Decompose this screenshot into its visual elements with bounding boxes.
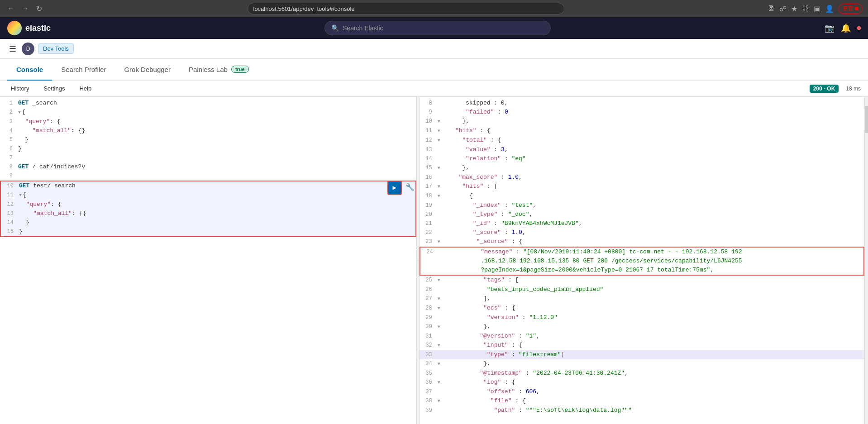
response-line-28: 28 ▼ "ecs" : { [420,304,864,313]
wrench-button[interactable]: 🔧 [404,181,416,194]
response-line-37: 37 "offset" : 606, [420,387,864,396]
response-line-24b: 24 .168.12.58 192.168.15.135 80 GET 200 … [420,257,863,266]
line-content: "query": { [19,200,415,209]
line-content: } [19,227,415,236]
line-content: "query": { [18,117,416,126]
response-line-39: 39 "path" : """E:\soft\elk\log\data.log"… [420,406,864,415]
editor-line-12: 12 "query": { [1,200,415,209]
line-content: GET test/_search [19,181,415,191]
editor-content[interactable]: 1 GET _search 2 ▼{ 3 "query": { 4 "match… [0,97,416,424]
response-pane: 8 skipped : 0, 9 "failed" : 0 10 ▼ }, 11… [420,97,864,424]
settings-button[interactable]: Settings [40,83,68,94]
response-line-8: 8 skipped : 0, [420,99,864,108]
elastic-logo-icon [7,21,22,35]
response-line-36: 36 ▼ "log" : { [420,378,864,387]
line-number: 15 [1,227,19,236]
browser-bar: ← → ↻ localhost:5601/app/dev_tools#/cons… [0,0,868,17]
back-button[interactable]: ← [5,3,16,14]
line-number: 10 [1,181,19,191]
response-line-32: 32 ▼ "input" : { [420,341,864,350]
address-bar[interactable]: localhost:5601/app/dev_tools#/console [248,3,564,14]
response-line-38: 38 ▼ "file" : { [420,396,864,406]
response-line-11: 11 ▼ "hits" : { [420,126,864,136]
response-line-9: 9 "failed" : 0 [420,108,864,117]
hamburger-button[interactable]: ☰ [7,42,18,56]
editor-pane: 1 GET _search 2 ▼{ 3 "query": { 4 "match… [0,97,417,424]
profile-icon: 👤 [825,5,834,13]
editor-line-15: 15 } [1,227,415,236]
toolbar: History Settings Help 200 - OK 18 ms [0,81,868,97]
dev-tools-badge[interactable]: Dev Tools [38,43,74,54]
beta-badge: true [231,66,249,73]
elastic-logo-text: elastic [25,24,51,33]
editor-line-8: 8 GET /_cat/indices?v [0,162,416,172]
response-line-35: 35 "@timestamp" : "2022-04-23T06:41:30.2… [420,369,864,378]
help-button[interactable]: Help [76,83,95,94]
update-button[interactable]: 更新 [839,4,863,14]
notification-dot [857,26,861,30]
response-line-22: 22 "_score" : 1.0, [420,228,864,237]
line-content: GET /_cat/indices?v [18,162,416,172]
search-placeholder: Search Elastic [343,24,383,32]
update-dot [855,7,858,10]
refresh-button[interactable]: ↻ [34,3,44,15]
response-line-30: 30 ▼ }, [420,322,864,332]
response-line-21: 21 "_id" : "B9knVYAB4xhWcMJ1eJVB", [420,219,864,228]
line-number: 1 [0,99,18,108]
tab-grok-debugger[interactable]: Grok Debugger [115,59,180,81]
message-highlight-block: 24 "message" : "[08/Nov/2019:11:40:24 +0… [420,247,864,276]
editor-line-7: 7 [0,153,416,162]
response-line-33: 33 "type" : "filestream"| [420,350,864,359]
response-line-27: 27 ▼ ], [420,294,864,304]
forward-button[interactable]: → [20,3,31,14]
tab-search-profiler[interactable]: Search Profiler [52,59,115,81]
secondary-nav: ☰ D Dev Tools [0,39,868,59]
search-icon: 🔍 [331,24,339,32]
history-button[interactable]: History [7,83,33,94]
search-bar-wrapper: 🔍 Search Elastic [58,21,817,35]
response-line-34: 34 ▼ }, [420,359,864,369]
editor-line-5: 5 } [0,135,416,144]
status-time: 18 ms [846,86,861,92]
response-line-25: 25 ▼ "tags" : [ [420,276,864,285]
response-line-17: 17 ▼ "hits" : [ [420,182,864,191]
run-button-area: ▶ 🔧 [387,181,416,195]
line-number: 6 [0,144,18,153]
global-search-bar[interactable]: 🔍 Search Elastic [324,21,551,35]
line-content: ▼{ [18,108,416,117]
response-line-26: 26 "beats_input_codec_plain_applied" [420,285,864,294]
status-badge: 200 - OK [810,85,839,93]
response-line-15: 15 ▼ }, [420,163,864,173]
editor-line-2: 2 ▼{ [0,108,416,117]
line-number: 14 [1,218,19,227]
response-line-12: 12 ▼ "total" : { [420,136,864,145]
response-content: 8 skipped : 0, 9 "failed" : 0 10 ▼ }, 11… [420,97,864,424]
line-content: } [18,135,416,144]
extensions-icon: ⛓ [802,5,809,13]
tab-nav: Console Search Profiler Grok Debugger Pa… [0,59,868,81]
app-header: elastic 🔍 Search Elastic 📷 🔔 [0,17,868,39]
bell-icon: 🔔 [841,23,851,33]
editor-line-11: 11 ▼{ [1,191,415,200]
response-line-23: 23 ▼ "_source" : { [420,237,864,247]
line-number: 9 [0,172,18,181]
editor-line-10: 10 GET test/_search [1,181,415,191]
bookmark-icon: ☍ [779,5,787,13]
tab-console[interactable]: Console [7,59,52,81]
line-content: "match_all": {} [19,209,415,218]
line-number: 11 [1,191,19,200]
star-icon: ★ [791,5,797,13]
editor-line-1: 1 GET _search [0,99,416,108]
scrollbar-thumb[interactable] [865,106,868,133]
response-line-24: 24 "message" : "[08/Nov/2019:11:40:24 +0… [420,248,863,257]
line-content: ▼{ [19,191,415,200]
response-line-10: 10 ▼ }, [420,117,864,126]
run-button[interactable]: ▶ [387,181,402,195]
response-line-20: 20 "_type" : "_doc", [420,210,864,219]
tab-painless-lab[interactable]: Painless Lab true [180,59,258,81]
user-avatar: D [22,43,34,55]
scrollbar[interactable] [864,97,868,424]
response-line-16: 16 "max_score" : 1.0, [420,173,864,182]
elastic-logo: elastic [7,21,51,35]
browser-actions: 🖺 ☍ ★ ⛓ ▣ 👤 更新 [768,4,863,14]
